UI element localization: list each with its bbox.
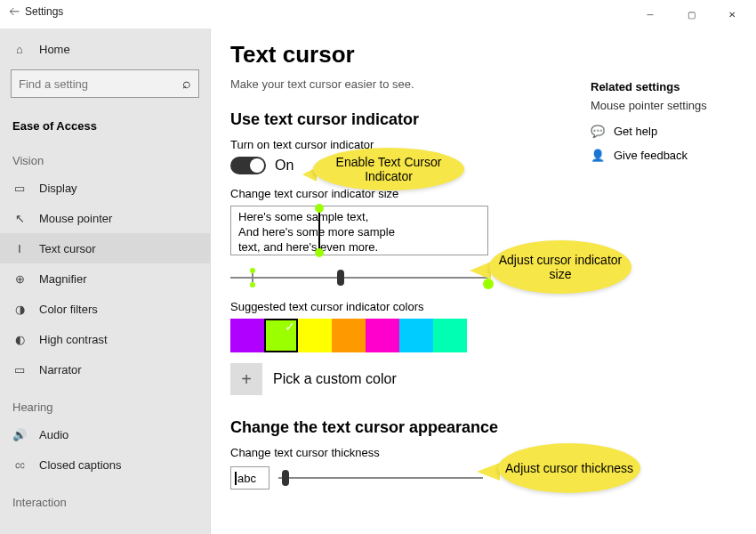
help-label: Get help xyxy=(614,125,657,138)
sidebar-item-label: Mouse pointer xyxy=(39,212,112,225)
display-icon: ▭ xyxy=(12,182,27,195)
slider-thumb[interactable] xyxy=(282,470,289,486)
size-label: Change text cursor indicator size xyxy=(230,187,740,200)
group-vision: Vision xyxy=(0,138,210,173)
color-swatch[interactable] xyxy=(366,319,399,352)
callout-tail xyxy=(470,262,491,279)
thickness-preview: abc xyxy=(230,466,269,490)
color-filters-icon: ◑ xyxy=(12,303,27,316)
toggle-state: On xyxy=(275,158,294,174)
sidebar-item-label: Color filters xyxy=(39,303,98,316)
search-box[interactable]: ⌕ xyxy=(11,69,199,98)
help-icon: 💬 xyxy=(591,125,605,138)
preview-line: text, and here's even more. xyxy=(238,240,480,255)
color-swatch[interactable] xyxy=(230,319,264,352)
content-area: Text cursor Make your text cursor easier… xyxy=(211,28,756,534)
get-help-link[interactable]: 💬Get help xyxy=(591,125,733,138)
callout-tail xyxy=(477,463,500,481)
magnifier-icon: ⊕ xyxy=(12,272,27,286)
sidebar-item-mouse-pointer[interactable]: ↖Mouse pointer xyxy=(0,203,210,233)
thickness-label: Change text cursor thickness xyxy=(230,446,740,459)
indicator-toggle[interactable] xyxy=(230,157,266,174)
sidebar-item-label: Audio xyxy=(39,428,68,441)
sidebar-item-label: Closed captions xyxy=(39,458,122,472)
thickness-sample: abc xyxy=(235,472,256,485)
color-swatch[interactable] xyxy=(298,319,332,352)
sidebar-item-text-cursor[interactable]: ⅠText cursor xyxy=(0,233,210,263)
back-icon[interactable]: 🡠 xyxy=(9,5,20,18)
color-swatches xyxy=(230,319,740,352)
slider-min-icon xyxy=(250,268,255,273)
callout-enable-indicator: Enable Text Cursor Indicator xyxy=(313,148,464,190)
search-icon: ⌕ xyxy=(182,76,191,92)
search-input[interactable] xyxy=(19,77,182,91)
callout-adjust-size: Adjust cursor indicator size xyxy=(489,240,631,294)
sidebar-item-label: Text cursor xyxy=(39,242,96,255)
give-feedback-link[interactable]: 👤Give feedback xyxy=(591,149,733,162)
sidebar-item-display[interactable]: ▭Display xyxy=(0,173,210,203)
preview-line: And here's some more sample xyxy=(238,225,480,240)
sidebar-item-high-contrast[interactable]: ◐High contrast xyxy=(0,324,210,354)
preview-box: Here's some sample text, And here's some… xyxy=(230,206,488,255)
sidebar-item-narrator[interactable]: ▭Narrator xyxy=(0,354,210,384)
home-icon: ⌂ xyxy=(12,43,27,56)
home-label: Home xyxy=(39,43,70,56)
color-swatch[interactable] xyxy=(399,319,433,352)
close-button[interactable]: ✕ xyxy=(712,0,752,28)
color-swatch[interactable] xyxy=(264,319,298,352)
sidebar-item-label: Narrator xyxy=(39,363,82,376)
text-cursor-icon: Ⅰ xyxy=(12,242,27,255)
mouse-icon: ↖ xyxy=(12,212,27,225)
callout-adjust-thickness: Adjust cursor thickness xyxy=(498,443,640,493)
window-title: Settings xyxy=(25,5,63,18)
feedback-label: Give feedback xyxy=(614,149,688,162)
related-heading: Related settings xyxy=(591,80,733,93)
custom-color-label: Pick a custom color xyxy=(273,371,397,387)
maximize-button[interactable]: ▢ xyxy=(671,0,712,28)
narrator-icon: ▭ xyxy=(12,363,27,376)
home-button[interactable]: ⌂ Home xyxy=(0,34,210,64)
section-appearance: Change the text cursor appearance xyxy=(230,418,740,437)
preview-cursor-indicator xyxy=(318,209,320,252)
sidebar-item-magnifier[interactable]: ⊕Magnifier xyxy=(0,263,210,294)
sidebar-item-label: High contrast xyxy=(39,333,108,346)
group-hearing: Hearing xyxy=(0,384,210,419)
size-slider[interactable] xyxy=(230,264,488,291)
high-contrast-icon: ◐ xyxy=(12,333,27,346)
slider-min-icon xyxy=(250,282,255,287)
minimize-button[interactable]: ─ xyxy=(630,0,671,28)
slider-max-icon xyxy=(483,279,494,289)
color-swatch[interactable] xyxy=(433,319,467,352)
sidebar: ⌂ Home ⌕ Ease of Access Vision ▭Display … xyxy=(0,28,211,534)
right-column: Related settings Mouse pointer settings … xyxy=(591,80,733,173)
sidebar-item-label: Magnifier xyxy=(39,272,86,286)
sidebar-item-closed-captions[interactable]: ㏄Closed captions xyxy=(0,449,210,480)
group-interaction: Interaction xyxy=(0,480,210,514)
category-label: Ease of Access xyxy=(0,107,210,138)
page-title: Text cursor xyxy=(230,41,740,69)
sidebar-item-color-filters[interactable]: ◑Color filters xyxy=(0,294,210,324)
preview-line: Here's some sample text, xyxy=(238,210,480,225)
sidebar-item-audio[interactable]: 🔊Audio xyxy=(0,419,210,449)
thickness-slider[interactable] xyxy=(278,465,483,491)
color-swatch[interactable] xyxy=(332,319,366,352)
slider-thumb[interactable] xyxy=(337,270,344,286)
audio-icon: 🔊 xyxy=(12,428,27,441)
colors-label: Suggested text cursor indicator colors xyxy=(230,300,740,313)
sidebar-item-label: Display xyxy=(39,182,77,195)
custom-color-button[interactable]: + xyxy=(230,363,262,395)
captions-icon: ㏄ xyxy=(12,457,27,473)
related-link[interactable]: Mouse pointer settings xyxy=(591,99,733,112)
feedback-icon: 👤 xyxy=(591,149,605,162)
